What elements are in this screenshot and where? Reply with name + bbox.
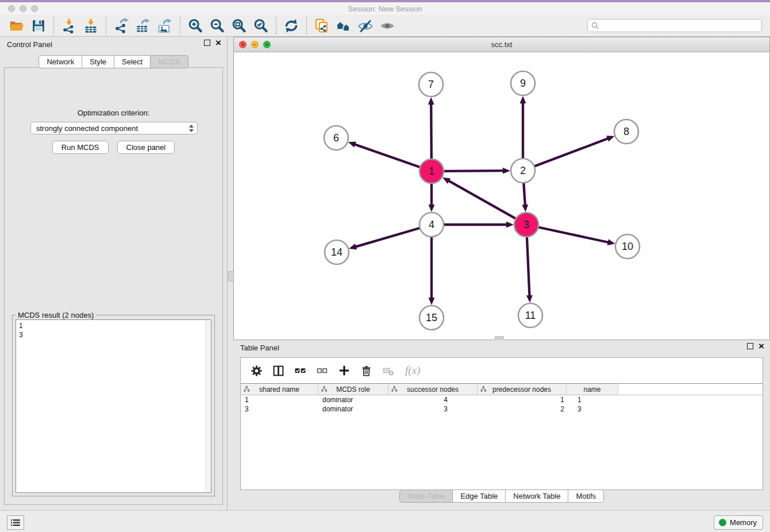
graph-node-label: 15 (426, 312, 437, 323)
table-panel: Table Panel × (233, 340, 770, 510)
graph-edge-1-6[interactable] (348, 141, 421, 167)
run-mcds-button[interactable]: Run MCDS (52, 141, 109, 154)
graph-edge-1-7[interactable] (428, 97, 434, 160)
graph-node-3[interactable]: 3 (514, 213, 538, 237)
graph-edge-3-1[interactable] (442, 178, 517, 219)
optimization-criterion-label: Optimization criterion: (5, 109, 222, 117)
graph-node-8[interactable]: 8 (614, 119, 638, 144)
apply-layout-button[interactable] (281, 16, 302, 36)
graph-edge-2-9[interactable] (520, 96, 526, 160)
graph-edge-2-3[interactable] (522, 182, 528, 212)
graph-edge-1-4[interactable] (429, 182, 435, 212)
criterion-dropdown[interactable]: strongly connected component (30, 122, 198, 134)
clone-network-button[interactable] (311, 16, 332, 36)
tab-style[interactable]: Style (82, 55, 114, 68)
graph-node-15[interactable]: 15 (419, 306, 444, 330)
graph-node-11[interactable]: 11 (518, 303, 542, 327)
select-all-button[interactable] (294, 365, 306, 377)
graph-edge-1-2[interactable] (442, 168, 510, 174)
table-row[interactable]: 3dominator323 (241, 404, 763, 414)
column-header-mcds-role[interactable]: MCDS role (318, 384, 388, 395)
graph-edge-3-11[interactable] (526, 236, 533, 303)
show-panels-icon (379, 18, 395, 34)
zoom-in-button[interactable] (185, 16, 206, 36)
tab-network[interactable]: Network (38, 55, 82, 68)
tab-select[interactable]: Select (114, 55, 151, 68)
graph-node-7[interactable]: 7 (419, 72, 443, 97)
delete-button[interactable] (360, 365, 372, 377)
graph-node-9[interactable]: 9 (511, 71, 535, 95)
graph-node-label: 11 (525, 310, 536, 321)
column-header-successor-nodes[interactable]: successor nodes (388, 384, 478, 395)
graph-node-14[interactable]: 14 (325, 240, 349, 264)
graph-node-10[interactable]: 10 (615, 234, 640, 259)
save-session-icon (30, 18, 47, 34)
network-graph[interactable]: 7968124314101511 (234, 52, 769, 340)
close-panel-icon[interactable]: × (215, 40, 221, 46)
tab-edge-table[interactable]: Edge Table (453, 489, 506, 503)
table-cell: 4 (388, 396, 478, 404)
task-history-button[interactable] (7, 515, 24, 530)
table-row[interactable]: 1dominator411 (241, 395, 763, 404)
vertical-splitter-handle[interactable] (228, 271, 234, 282)
import-table-button[interactable] (80, 16, 101, 36)
graph-node-6[interactable]: 6 (324, 126, 348, 150)
search-field[interactable] (587, 19, 762, 32)
column-header-predecessor-nodes[interactable]: predecessor nodes (478, 384, 567, 395)
show-panels-button[interactable] (377, 16, 398, 36)
graph-node-1[interactable]: 1 (419, 159, 444, 183)
clone-network-icon (314, 18, 330, 34)
export-table-button[interactable] (133, 16, 153, 36)
add-button[interactable] (338, 364, 351, 377)
graph-edge-2-8[interactable] (533, 136, 615, 167)
search-input[interactable] (602, 21, 758, 30)
zoom-selected-button[interactable] (251, 16, 271, 36)
export-network-button[interactable] (111, 16, 132, 36)
open-session-button[interactable] (6, 16, 27, 36)
show-columns-button[interactable] (272, 365, 284, 377)
network-zoom-button[interactable]: + (263, 41, 271, 48)
graph-edge-3-10[interactable] (537, 227, 615, 245)
hide-panels-button[interactable] (355, 16, 376, 36)
toolbar-separator (276, 17, 276, 35)
float-table-panel-icon[interactable] (747, 343, 753, 349)
graph-node-2[interactable]: 2 (511, 159, 535, 183)
result-scrollbar[interactable] (205, 320, 211, 492)
float-panel-icon[interactable] (204, 40, 210, 46)
column-header-shared-name[interactable]: shared name (241, 384, 318, 395)
network-canvas[interactable]: 7968124314101511 (234, 52, 769, 342)
table-panel-tabs: Node TableEdge TableNetwork TableMotifs (233, 489, 770, 503)
export-image-button[interactable] (155, 16, 175, 36)
graph-edge-4-15[interactable] (429, 236, 435, 305)
table-cell: 2 (478, 405, 567, 413)
graph-node-label: 8 (623, 126, 629, 137)
toolbar-separator (180, 17, 180, 35)
first-neighbors-button[interactable] (333, 16, 354, 36)
node-table-header-row: shared nameMCDS rolesuccessor nodesprede… (241, 384, 763, 395)
save-session-button[interactable] (28, 16, 49, 36)
zoom-out-icon (209, 18, 225, 34)
memory-button[interactable]: Memory (714, 515, 763, 530)
zoom-fit-button[interactable] (229, 16, 249, 36)
network-minimize-button[interactable]: − (251, 41, 259, 48)
close-table-panel-icon[interactable]: × (759, 344, 764, 349)
tab-motifs[interactable]: Motifs (568, 489, 604, 503)
graph-edge-4-14[interactable] (349, 228, 421, 249)
main-toolbar (0, 15, 770, 37)
table-settings-button[interactable] (251, 365, 263, 377)
control-panel-tabs: NetworkStyleSelectMCDS (0, 55, 227, 68)
zoom-out-button[interactable] (207, 16, 228, 36)
delete-table-icon (382, 365, 394, 377)
tab-mcds[interactable]: MCDS (151, 55, 188, 68)
graph-node-4[interactable]: 4 (419, 213, 444, 237)
mcds-result-text[interactable]: 13 (16, 319, 211, 493)
network-close-button[interactable]: × (239, 41, 247, 48)
import-network-button[interactable] (59, 16, 79, 36)
column-header-name[interactable]: name (567, 384, 618, 395)
tab-node-table[interactable]: Node Table (399, 489, 453, 503)
clear-selection-button[interactable] (316, 365, 328, 377)
column-header-label: name (583, 385, 600, 394)
close-panel-button[interactable]: Close panel (117, 141, 175, 154)
graph-edge-4-3[interactable] (442, 222, 514, 228)
tab-network-table[interactable]: Network Table (506, 489, 568, 503)
